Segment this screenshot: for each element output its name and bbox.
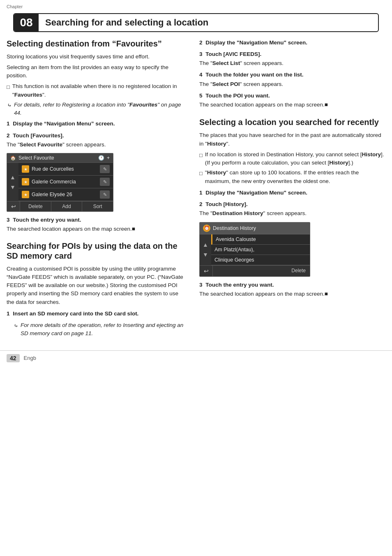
scroll-down-icon: ▼ — [10, 184, 16, 190]
language-label: Engb — [24, 355, 36, 361]
screen-title-text: Select Favourite — [18, 155, 54, 161]
note-r2-2: □ "History" can store up to 100 location… — [199, 169, 385, 185]
step3-sub: The searched location appears on the map… — [7, 225, 186, 233]
section-r2-para1: The places that you have searched for in… — [199, 131, 385, 148]
row-text: Rue de Courcelles — [32, 166, 97, 172]
dh-back-btn: ↩ — [200, 266, 213, 276]
step-rs2: 2 Touch [History]. The "Destination Hist… — [199, 200, 385, 218]
square-icon: □ — [7, 83, 10, 91]
step-text-2: Touch [Favourites]. — [13, 132, 64, 139]
row-text: Galerie Commercia — [32, 179, 97, 185]
screen-icon: 🏠 — [10, 155, 16, 161]
row-icon: ★ — [22, 165, 29, 173]
chapter-title: Searching for and selecting a location — [39, 15, 215, 30]
select-favourite-screen: 🏠 Select Favourite 🕐 + ▲ ▼ ★ Rue de Cour… — [7, 153, 113, 212]
dh-list: Avenida Calouste Am Platzl(Antau), Clini… — [211, 234, 310, 265]
note-arrow-1: ⤷ For details, refer to Registering a lo… — [7, 101, 186, 118]
sort-btn: Sort — [82, 202, 113, 211]
left-column: Selecting destination from “Favourites” … — [7, 39, 196, 341]
section1-title: Selecting destination from “Favourites” — [7, 39, 186, 49]
chapter-label: Chapter — [7, 4, 385, 9]
sd-note: ⤷ For more details of the operation, ref… — [13, 321, 186, 338]
step-1-3: 3 Touch the entry you want. The searched… — [7, 216, 186, 234]
step-2-1: 1 Insert an SD memory card into the SD c… — [7, 310, 186, 318]
step-num-3: 3 — [7, 217, 10, 223]
note-r2-1-text: If no location is stored in Destination … — [205, 151, 385, 167]
right-column: 2 Display the "Navigation Menu" screen. … — [196, 39, 385, 341]
step-text: Display the “Navigation Menu” screen. — [13, 120, 115, 127]
row-btn: ✎ — [100, 190, 110, 199]
note-square-1: □ This function is not available when th… — [7, 82, 186, 99]
step-rs3: 3 Touch the entry you want. The searched… — [199, 281, 385, 299]
chapter-header: 08 Searching for and selecting a locatio… — [13, 13, 379, 32]
section-r2-title: Selecting a location you searched for re… — [199, 117, 385, 127]
delete-btn: Delete — [20, 202, 51, 211]
screen-icons: 🕐 + — [98, 155, 110, 161]
dh-scroll-down: ▼ — [203, 251, 208, 258]
step-text-3: Touch the entry you want. — [13, 217, 81, 223]
step-rs1: 1 Display the "Navigation Menu" screen. — [199, 189, 385, 197]
dh-scroll: ▲ ▼ — [200, 234, 211, 265]
step-num: 1 — [7, 120, 10, 127]
screen-title-area: 🏠 Select Favourite — [10, 155, 54, 161]
list-item: ★ Galerie Elysée 26 ✎ — [18, 188, 113, 201]
step-r5-text: Touch the POI you want. — [205, 93, 270, 99]
step-r3: 3 Touch [AVIC FEEDS]. The "Select List" … — [199, 50, 385, 68]
dh-spacer — [213, 266, 287, 276]
dh-scroll-up: ▲ — [203, 241, 208, 248]
step-r5-num: 5 — [199, 93, 203, 99]
scroll-up-icon: ▲ — [10, 174, 16, 181]
step-rs1-num: 1 — [199, 190, 203, 196]
step-rs3-num: 3 — [199, 282, 203, 288]
step-1-2: 2 Touch [Favourites]. The "Select Favour… — [7, 132, 186, 149]
screen-icon-2: + — [107, 155, 110, 161]
step2-sub: The "Select Favourite" screen appears. — [7, 141, 186, 149]
step-text-2-1: Insert an SD memory card into the SD car… — [13, 310, 138, 317]
dh-footer: ↩ Delete — [200, 265, 310, 276]
step-rs2-text: Touch [History]. — [205, 201, 248, 207]
step-r4-num: 4 — [199, 72, 203, 78]
screen-body: ▲ ▼ ★ Rue de Courcelles ✎ ★ Galerie Comm… — [7, 163, 113, 201]
section1-para1: Storing locations you visit frequently s… — [7, 53, 186, 61]
step-r3-sub: The "Select List" screen appears. — [199, 59, 385, 67]
page-number: 42 — [7, 354, 20, 362]
row-btn: ✎ — [100, 165, 110, 173]
section1-para2: Selecting an item from the list provides… — [7, 63, 186, 80]
chapter-number: 08 — [14, 14, 39, 31]
screen-footer: ↩ Delete Add Sort — [7, 201, 113, 211]
step-r5: 5 Touch the POI you want. The searched l… — [199, 92, 385, 109]
destination-history-screen: ⏰ Destination History ▲ ▼ Avenida Calous… — [199, 222, 310, 277]
step-r4-sub: The "Select POI" screen appears. — [199, 80, 385, 88]
row-btn: ✎ — [100, 178, 110, 186]
row-icon: ★ — [22, 191, 29, 198]
dh-icon: ⏰ — [203, 225, 210, 232]
screen-list: ★ Rue de Courcelles ✎ ★ Galerie Commerci… — [18, 163, 113, 201]
step-num-2: 2 — [7, 132, 10, 139]
arrow-icon: ⤷ — [7, 101, 12, 110]
step-rs3-text: Touch the entry you want. — [205, 282, 274, 288]
step-rs2-sub: The "Destination History" screen appears… — [199, 209, 385, 218]
step-r4-text: Touch the folder you want on the list. — [205, 72, 303, 78]
section2-title: Searching for POIs by using the data on … — [7, 241, 186, 261]
step-r2-text: Display the "Navigation Menu" screen. — [205, 39, 307, 46]
scroll-left: ▲ ▼ — [7, 163, 18, 201]
step-r3-num: 3 — [199, 51, 203, 57]
step-rs3-sub: The searched location appears on the map… — [199, 290, 385, 298]
step-r2-num: 2 — [199, 39, 203, 46]
footer-bar: 42 Engb — [0, 350, 392, 366]
screen-header: 🏠 Select Favourite 🕐 + — [7, 153, 113, 163]
row-text: Galerie Elysée 26 — [32, 192, 97, 197]
note-r2-1: □ If no location is stored in Destinatio… — [199, 151, 385, 167]
step-rs2-num: 2 — [199, 201, 203, 207]
dh-screen-header: ⏰ Destination History — [200, 222, 310, 234]
step-r2: 2 Display the "Navigation Menu" screen. — [199, 39, 385, 47]
dh-body: ▲ ▼ Avenida Calouste Am Platzl(Antau), C… — [200, 234, 310, 265]
back-btn: ↩ — [7, 202, 20, 211]
note2-text: For details, refer to Registering a loca… — [14, 101, 186, 118]
note-r2-2-text: "History" can store up to 100 locations.… — [205, 169, 385, 185]
step-r5-sub: The searched location appears on the map… — [199, 101, 385, 109]
step-r4: 4 Touch the folder you want on the list.… — [199, 71, 385, 88]
dh-delete-btn: Delete — [287, 266, 310, 276]
list-item: ★ Galerie Commercia ✎ — [18, 176, 113, 188]
list-item: ★ Rue de Courcelles ✎ — [18, 163, 113, 176]
